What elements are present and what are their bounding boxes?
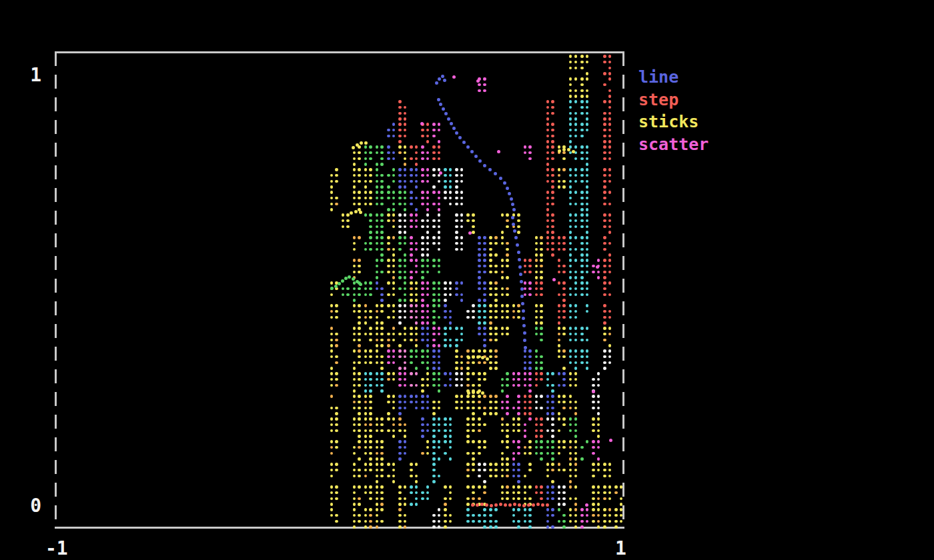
plot-dot-layer xyxy=(0,0,934,560)
terminal-plot-screen: 1 0 -1 1 line step sticks scatter xyxy=(0,0,934,560)
